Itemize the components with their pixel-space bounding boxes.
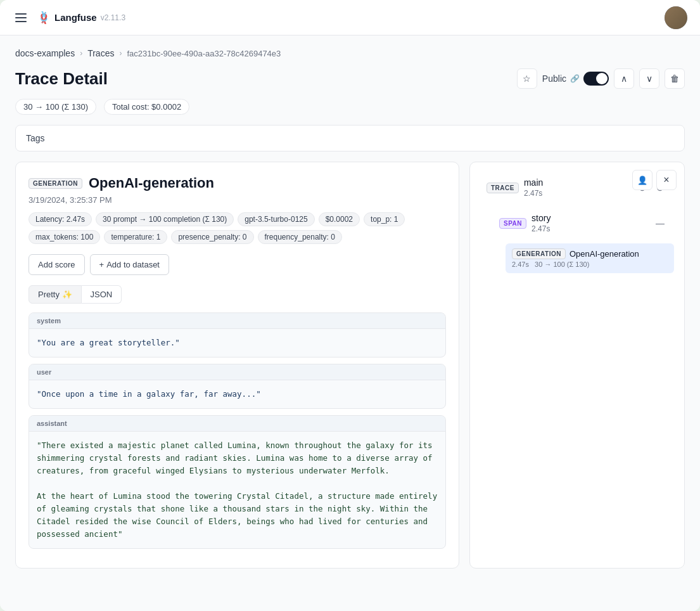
user-avatar[interactable] bbox=[665, 6, 687, 29]
panel-close-button[interactable]: × bbox=[656, 170, 677, 190]
person-icon: 👤 bbox=[637, 176, 647, 185]
tag-cost: $0.0002 bbox=[319, 212, 360, 226]
system-content: "You are a great storyteller." bbox=[29, 329, 445, 357]
tag-latency: Latency: 2.47s bbox=[29, 212, 92, 226]
tag-tokens: 30 prompt → 100 completion (Σ 130) bbox=[96, 212, 234, 226]
brand-logo-icon: 🪢 bbox=[37, 11, 51, 25]
metrics-bar: 30 → 100 (Σ 130) Total cost: $0.0002 bbox=[15, 99, 685, 115]
tag-temperature: temperature: 1 bbox=[104, 230, 167, 244]
toggle-thumb bbox=[596, 73, 608, 84]
tags-label: Tags bbox=[26, 133, 45, 143]
add-to-dataset-button[interactable]: + Add to dataset bbox=[90, 254, 169, 275]
user-content: "Once upon a time in a galaxy far, far a… bbox=[29, 380, 445, 408]
user-label: user bbox=[29, 364, 445, 380]
span-remove-button[interactable]: — bbox=[652, 215, 668, 231]
span-story-name: story bbox=[531, 213, 550, 223]
tokens-metric: 30 → 100 (Σ 130) bbox=[15, 99, 96, 115]
generation-child-meta: 2.47s 30 → 100 (Σ 130) bbox=[512, 260, 668, 268]
generation-tags: Latency: 2.47s 30 prompt → 100 completio… bbox=[29, 212, 446, 244]
add-score-button[interactable]: Add score bbox=[29, 254, 85, 275]
public-toggle-area: Public 🔗 bbox=[542, 72, 609, 86]
right-panel-actions: 👤 × bbox=[632, 170, 677, 190]
span-badge: SPAN bbox=[499, 218, 526, 229]
breadcrumb-root[interactable]: docs-examples bbox=[15, 48, 75, 58]
assistant-message-block: assistant "There existed a majestic plan… bbox=[29, 415, 446, 549]
generation-child-entry: GENERATION OpenAI-generation 2.47s 30 → … bbox=[506, 243, 674, 273]
tags-section: Tags bbox=[15, 125, 685, 151]
span-story-row[interactable]: SPAN story 2.47s — bbox=[493, 208, 674, 238]
span-story-info: SPAN story 2.47s bbox=[499, 213, 550, 233]
cost-value: Total cost: $0.0002 bbox=[112, 102, 181, 112]
breadcrumb-sep-2: › bbox=[119, 49, 122, 58]
breadcrumb-id: fac231bc-90ee-490a-aa32-78c4269474e3 bbox=[127, 49, 281, 58]
breadcrumb-traces[interactable]: Traces bbox=[87, 48, 114, 58]
span-story-details: story 2.47s bbox=[531, 213, 550, 233]
breadcrumb-sep-1: › bbox=[80, 49, 82, 58]
brand: 🪢 Langfuse v2.11.3 bbox=[37, 11, 125, 25]
generation-child-badge: GENERATION bbox=[512, 248, 566, 259]
panel-person-button[interactable]: 👤 bbox=[632, 170, 652, 190]
tag-max-tokens: max_tokens: 100 bbox=[29, 230, 100, 244]
generation-child-name: OpenAI-generation bbox=[570, 249, 639, 259]
generation-child-time: 2.47s bbox=[512, 260, 529, 268]
assistant-content: "There existed a majestic planet called … bbox=[29, 432, 445, 548]
chevron-down-icon: ∨ bbox=[646, 74, 652, 84]
breadcrumb: docs-examples › Traces › fac231bc-90ee-4… bbox=[15, 48, 685, 58]
main-layout: GENERATION OpenAI-generation 3/19/2024, … bbox=[15, 162, 685, 569]
add-dataset-label: Add to dataset bbox=[106, 260, 160, 269]
span-story-actions: — bbox=[652, 215, 668, 231]
trace-main-info: TRACE main 2.47s bbox=[487, 177, 543, 198]
avatar-image bbox=[665, 6, 687, 29]
pretty-view-button[interactable]: Pretty ✨ bbox=[29, 285, 82, 304]
view-toggle: Pretty ✨ JSON bbox=[29, 285, 446, 304]
main-content: docs-examples › Traces › fac231bc-90ee-4… bbox=[0, 35, 700, 611]
user-message-block: user "Once upon a time in a galaxy far, … bbox=[29, 364, 446, 409]
tag-top-p: top_p: 1 bbox=[364, 212, 405, 226]
generation-child-tokens: 30 → 100 (Σ 130) bbox=[535, 260, 589, 268]
generation-badge: GENERATION bbox=[29, 178, 82, 189]
generation-timestamp: 3/19/2024, 3:25:37 PM bbox=[29, 195, 446, 205]
brand-name: Langfuse bbox=[54, 12, 97, 23]
chevron-up-button[interactable]: ∧ bbox=[614, 68, 634, 89]
close-icon: × bbox=[663, 174, 669, 186]
public-label: Public bbox=[542, 74, 566, 84]
span-story-time: 2.47s bbox=[531, 224, 550, 233]
public-toggle[interactable] bbox=[583, 72, 609, 86]
action-buttons: Add score + Add to dataset bbox=[29, 254, 446, 275]
header-left: 🪢 Langfuse v2.11.3 bbox=[13, 11, 125, 25]
delete-button[interactable]: 🗑 bbox=[665, 68, 685, 89]
trace-badge: TRACE bbox=[487, 183, 519, 193]
generation-child-row[interactable]: GENERATION OpenAI-generation 2.47s 30 → … bbox=[506, 243, 674, 273]
tokens-value: 30 → 100 (Σ 130) bbox=[23, 102, 88, 112]
menu-icon[interactable] bbox=[13, 11, 29, 25]
page-title: Trace Detail bbox=[15, 69, 108, 89]
trace-main-details: main 2.47s bbox=[524, 177, 543, 198]
dash-icon: — bbox=[656, 218, 665, 228]
brand-version: v2.11.3 bbox=[101, 13, 125, 22]
page-actions: ☆ Public 🔗 ∧ ∨ 🗑 bbox=[517, 68, 685, 89]
plus-icon: + bbox=[99, 260, 105, 269]
chevron-down-button[interactable]: ∨ bbox=[639, 68, 659, 89]
star-icon: ☆ bbox=[523, 74, 531, 84]
tag-presence-penalty: presence_penalty: 0 bbox=[171, 230, 253, 244]
link-icon: 🔗 bbox=[570, 74, 580, 83]
page-header: Trace Detail ☆ Public 🔗 ∧ ∨ bbox=[15, 68, 685, 89]
trace-main-time: 2.47s bbox=[524, 189, 543, 198]
assistant-label: assistant bbox=[29, 416, 445, 432]
generation-header: GENERATION OpenAI-generation bbox=[29, 175, 446, 191]
tag-frequency-penalty: frequency_penalty: 0 bbox=[258, 230, 342, 244]
generation-child-header: GENERATION OpenAI-generation bbox=[512, 248, 668, 259]
bookmark-button[interactable]: ☆ bbox=[517, 68, 537, 89]
left-panel: GENERATION OpenAI-generation 3/19/2024, … bbox=[15, 162, 459, 569]
chevron-up-icon: ∧ bbox=[621, 74, 627, 84]
span-story-entry: SPAN story 2.47s — bbox=[493, 208, 674, 238]
tag-model: gpt-3.5-turbo-0125 bbox=[238, 212, 314, 226]
generation-name: OpenAI-generation bbox=[89, 175, 214, 191]
right-panel: 👤 × TRACE main 2.47s bbox=[469, 162, 685, 569]
system-label: system bbox=[29, 313, 445, 329]
trace-main-name: main bbox=[524, 177, 543, 188]
app-header: 🪢 Langfuse v2.11.3 bbox=[0, 0, 700, 35]
cost-metric: Total cost: $0.0002 bbox=[104, 99, 189, 115]
generation-child-info: GENERATION OpenAI-generation 2.47s 30 → … bbox=[512, 248, 668, 268]
json-view-button[interactable]: JSON bbox=[82, 285, 122, 304]
